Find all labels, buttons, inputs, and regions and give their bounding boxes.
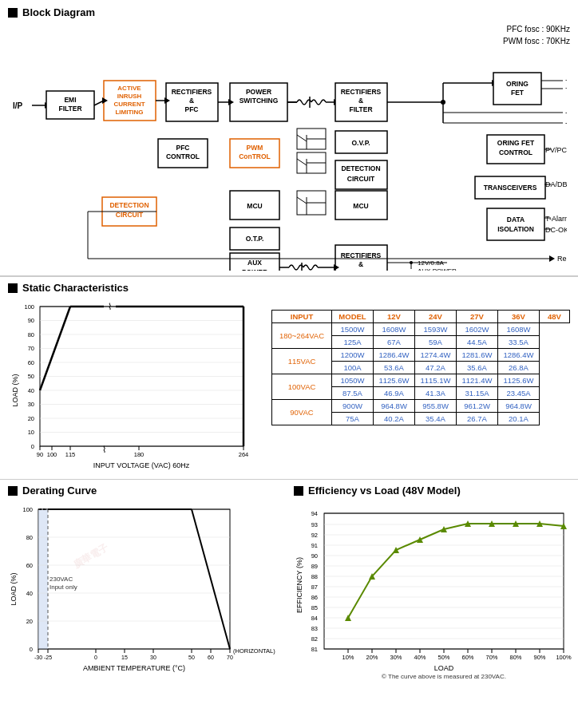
svg-text:LOAD (%): LOAD (%) — [11, 374, 19, 406]
svg-text:85: 85 — [311, 604, 318, 611]
svg-text:40: 40 — [26, 590, 33, 597]
svg-text:MCU: MCU — [247, 202, 262, 210]
svg-text:⌇: ⌇ — [102, 445, 106, 454]
table-header-row: INPUT MODEL 12V 24V 27V 36V 48V — [272, 311, 570, 323]
svg-text:CONTROL: CONTROL — [166, 152, 200, 160]
block-diagram-container: PFC fosc : 90KHzPWM fosc : 70KHz I/P EMI… — [8, 23, 570, 271]
cell: 1125.6W — [498, 374, 540, 387]
static-section: Static Characteristics LOAD (%) 0 10 20 … — [0, 276, 578, 479]
cell: 1286.4W — [374, 349, 415, 362]
cell: 44.5A — [457, 336, 498, 349]
svg-text:INPUT VOLTAGE (VAC) 60Hz: INPUT VOLTAGE (VAC) 60Hz — [93, 461, 190, 469]
svg-text:84: 84 — [311, 615, 318, 622]
svg-text:LOAD: LOAD — [434, 664, 454, 672]
col-27v: 27V — [457, 311, 498, 323]
svg-text:90: 90 — [311, 552, 318, 560]
svg-text:40: 40 — [28, 387, 34, 394]
block-diagram-header: Block Diagram — [8, 6, 570, 18]
svg-text:+S: +S — [565, 77, 567, 85]
svg-text:90%: 90% — [533, 654, 545, 661]
svg-text:15: 15 — [121, 655, 128, 660]
cell: 1608W — [374, 323, 415, 336]
svg-text:90: 90 — [28, 317, 34, 324]
svg-text:+V: +V — [565, 85, 567, 93]
efficiency-square — [294, 486, 303, 496]
derating-chart-svg: LOAD (%) 0 20 40 60 — [8, 501, 279, 677]
svg-text:70: 70 — [227, 655, 233, 660]
cell: 47.2A — [415, 362, 457, 374]
svg-text:60%: 60% — [461, 654, 473, 661]
svg-text:87: 87 — [311, 584, 318, 591]
cell: 33.5A — [498, 336, 540, 349]
cell: 1125.6W — [374, 374, 415, 387]
svg-text:⌇: ⌇ — [108, 302, 112, 311]
svg-text:O.V.P.: O.V.P. — [351, 139, 370, 147]
svg-text:LOAD (%): LOAD (%) — [10, 572, 18, 605]
cell: 961.2W — [457, 400, 498, 413]
svg-text:86: 86 — [311, 594, 318, 601]
svg-text:80: 80 — [26, 534, 33, 541]
svg-text:88: 88 — [311, 573, 318, 580]
block-diagram-title: Block Diagram — [22, 6, 95, 18]
svg-text:230VAC: 230VAC — [49, 576, 73, 583]
cell: 26.8A — [498, 362, 540, 374]
cell: 87.5A — [332, 387, 374, 400]
efficiency-header: Efficiency vs Load (48V Model) — [294, 485, 578, 497]
table-row: 180~264VAC 1500W 1608W 1593W 1602W 1608W — [272, 323, 570, 336]
col-model: MODEL — [332, 311, 374, 323]
svg-text:FILTER: FILTER — [349, 105, 372, 113]
bd-pfc-note: PFC fosc : 90KHzPWM fosc : 70KHz — [503, 23, 570, 47]
static-title: Static Characteristics — [22, 282, 129, 294]
svg-text:POWER: POWER — [242, 268, 267, 271]
table-row: 115VAC 1200W 1286.4W 1274.4W 1281.6W 128… — [272, 349, 570, 362]
svg-rect-159 — [38, 509, 48, 649]
svg-text:20%: 20% — [366, 654, 378, 661]
svg-text:-S: -S — [565, 119, 567, 127]
svg-text:-25: -25 — [44, 655, 52, 660]
input-label: 90VAC — [272, 400, 332, 425]
cell: 125A — [332, 336, 374, 349]
svg-text:SWITCHING: SWITCHING — [240, 97, 279, 105]
cell: 53.6A — [374, 362, 415, 374]
derating-header: Derating Curve — [8, 485, 286, 497]
svg-text:PV/PC: PV/PC — [545, 146, 567, 154]
cell: 20.1A — [498, 413, 540, 425]
svg-text:0: 0 — [30, 646, 33, 653]
cell: 35.4A — [415, 413, 457, 425]
bottom-section: Derating Curve 廣華電子 LOAD (%) — [0, 479, 578, 691]
svg-text:AUX: AUX — [247, 259, 262, 267]
derating-title: Derating Curve — [22, 485, 97, 497]
svg-text:12V/0.8A: 12V/0.8A — [418, 259, 445, 267]
cell: 900W — [332, 400, 374, 413]
svg-text:PWM: PWM — [247, 144, 263, 152]
svg-text:T-Alarm: T-Alarm — [545, 215, 567, 223]
svg-text:50: 50 — [28, 373, 34, 380]
col-36v: 36V — [498, 311, 540, 323]
svg-text:90: 90 — [37, 451, 43, 458]
static-header: Static Characteristics — [8, 282, 570, 294]
svg-text:RECTIFIERS: RECTIFIERS — [172, 88, 212, 96]
model-table: INPUT MODEL 12V 24V 27V 36V 48V 180~264V… — [271, 310, 570, 425]
svg-text:Input only: Input only — [49, 584, 77, 591]
svg-text:POWER: POWER — [246, 88, 271, 96]
cell: 41.3A — [415, 387, 457, 400]
svg-text:-30: -30 — [34, 655, 42, 660]
svg-text:60: 60 — [28, 359, 34, 366]
block-diagram-section: Block Diagram PFC fosc : 90KHzPWM fosc :… — [0, 0, 578, 276]
efficiency-title: Efficiency vs Load (48V Model) — [308, 485, 461, 497]
svg-text:92: 92 — [311, 532, 318, 539]
svg-text:ISOLATION: ISOLATION — [497, 225, 534, 233]
svg-text:O.T.P.: O.T.P. — [246, 235, 264, 243]
efficiency-chart-svg: EFFICIENCY (%) 81 82 83 84 85 86 87 88 — [294, 501, 578, 685]
cell: 964.8W — [498, 400, 540, 413]
cell: 1593W — [415, 323, 457, 336]
cell: 964.8W — [374, 400, 415, 413]
svg-text:ACTIVE: ACTIVE — [117, 85, 141, 92]
cell: 1286.4W — [498, 349, 540, 362]
svg-text:© The curve above is measured : © The curve above is measured at 230VAC. — [382, 673, 506, 680]
load-chart-svg: LOAD (%) 0 10 20 30 40 50 60 — [8, 299, 263, 474]
svg-text:DATA: DATA — [507, 216, 525, 224]
cell: 955.8W — [415, 400, 457, 413]
svg-text:I/P: I/P — [13, 101, 23, 110]
cell: 31.15A — [457, 387, 498, 400]
